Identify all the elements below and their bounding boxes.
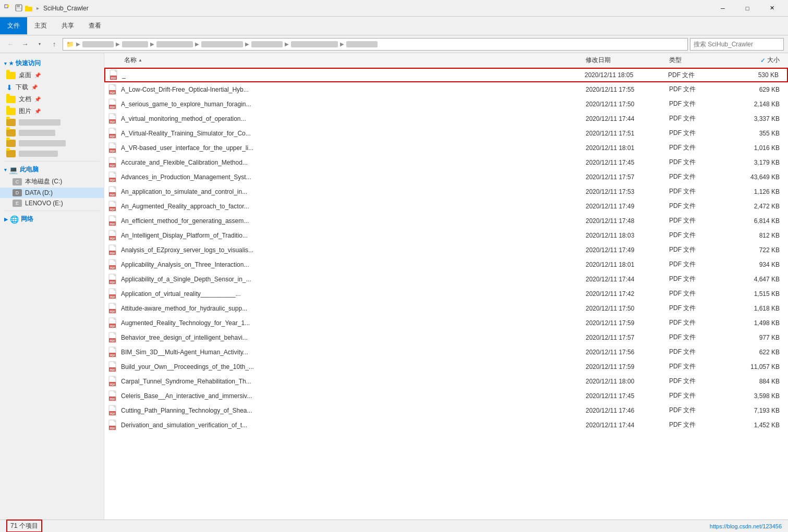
- row-size: 629 KB: [732, 86, 784, 93]
- status-bar: 71 个项目 https://blog.csdn.net/123456: [0, 519, 788, 532]
- table-row[interactable]: PDF BIM_Sim_3D__Multi-Agent_Human_Activi…: [104, 345, 788, 360]
- svg-text:PDF: PDF: [110, 106, 115, 109]
- sidebar-item-ddrive[interactable]: D DATA (D:): [0, 188, 104, 198]
- pdf-icon: PDF: [108, 405, 118, 416]
- quick-access-header[interactable]: ▾ ★ 快速访问: [0, 57, 104, 69]
- row-filename: A_Low-Cost_Drift-Free_Optical-Inertial_H…: [121, 86, 249, 93]
- path-arrow: ▶: [76, 41, 80, 47]
- file-list: PDF _2020/12/11 18:05PDF 文件530 KB PDF A_…: [104, 68, 788, 519]
- row-size: 43,649 KB: [732, 174, 784, 181]
- pdf-icon: PDF: [108, 244, 118, 256]
- table-row[interactable]: PDF A_serious_game_to_explore_human_fora…: [104, 97, 788, 112]
- sidebar-item-downloads[interactable]: ⬇ 下载 📌: [0, 81, 104, 93]
- table-row[interactable]: PDF Carpal_Tunnel_Syndrome_Rehabilitatio…: [104, 374, 788, 389]
- row-filename: Carpal_Tunnel_Syndrome_Rehabilitation_Th…: [121, 378, 251, 385]
- quick-access-arrow: ▾: [4, 61, 7, 66]
- window-action-buttons[interactable]: ─ □ ✕: [711, 0, 784, 17]
- row-date: 2020/12/11 17:42: [586, 290, 669, 298]
- tab-file[interactable]: 文件: [0, 17, 27, 34]
- sidebar-item-pics[interactable]: 图片 📌: [0, 105, 104, 117]
- row-filename: BIM_Sim_3D__Multi-Agent_Human_Activity..…: [121, 349, 248, 356]
- svg-text:PDF: PDF: [110, 193, 115, 196]
- path-arrow7: ▶: [340, 41, 344, 47]
- table-row[interactable]: PDF A_virtual_monitoring_method_of_opera…: [104, 112, 788, 126]
- pdf-icon: PDF: [108, 113, 118, 125]
- pdf-icon: PDF: [108, 157, 118, 168]
- svg-text:PDF: PDF: [110, 412, 115, 415]
- pdf-icon: PDF: [108, 376, 118, 387]
- up-button[interactable]: ↑: [48, 38, 60, 51]
- pdf-icon: PDF: [108, 259, 118, 270]
- row-date: 2020/12/11 18:05: [585, 71, 668, 79]
- table-row[interactable]: PDF Application_of_virtual_reality______…: [104, 287, 788, 301]
- table-row[interactable]: PDF Applicability_of_a_Single_Depth_Sens…: [104, 272, 788, 287]
- tab-home[interactable]: 主页: [27, 18, 54, 33]
- table-row[interactable]: PDF Analysis_of_EZproxy_server_logs_to_v…: [104, 243, 788, 257]
- table-row[interactable]: PDF A_Virtual-Reality_Training_Simulator…: [104, 126, 788, 141]
- row-type: PDF 文件: [669, 420, 732, 429]
- row-name-cell: PDF Derivation_and_simulation_verificati…: [108, 419, 586, 431]
- table-row[interactable]: PDF Augmented_Reality_Technology_for_Yea…: [104, 316, 788, 330]
- tab-share[interactable]: 共享: [54, 18, 81, 33]
- table-row[interactable]: PDF Attitude-aware_method_for_hydraulic_…: [104, 301, 788, 316]
- sidebar-item-blurred3[interactable]: [0, 138, 104, 149]
- sidebar-item-blurred1[interactable]: [0, 117, 104, 128]
- sort-name-button[interactable]: 名称 ▲: [124, 56, 586, 65]
- col-name-label: 名称: [124, 56, 137, 65]
- row-size: 530 KB: [731, 71, 783, 79]
- table-row[interactable]: PDF A_VR-based_user_interface_for_the_up…: [104, 141, 788, 155]
- table-row[interactable]: PDF Behavior_tree_design_of_intelligent_…: [104, 330, 788, 345]
- pdf-icon: PDF: [108, 419, 118, 431]
- table-row[interactable]: PDF _2020/12/11 18:05PDF 文件530 KB: [104, 68, 788, 82]
- sidebar-item-desktop[interactable]: 桌面 📌: [0, 69, 104, 81]
- table-row[interactable]: PDF Advances_in_Production_Management_Sy…: [104, 170, 788, 184]
- row-size: 722 KB: [732, 246, 784, 254]
- path-arrow5: ▶: [245, 41, 249, 47]
- sidebar-item-docs[interactable]: 文档 📌: [0, 93, 104, 105]
- back-button[interactable]: ←: [4, 38, 17, 51]
- download-icon: ⬇: [6, 83, 13, 92]
- row-filename: Attitude-aware_method_for_hydraulic_supp…: [121, 305, 247, 312]
- table-row[interactable]: PDF An_Intelligent_Display_Platform_of_T…: [104, 228, 788, 243]
- sidebar-item-cdrive[interactable]: C 本地磁盘 (C:): [0, 176, 104, 188]
- row-date: 2020/12/11 17:59: [586, 319, 669, 327]
- table-row[interactable]: PDF An_Augmented_Reality_approach_to_fac…: [104, 199, 788, 214]
- close-button[interactable]: ✕: [760, 0, 784, 17]
- window-controls[interactable]: ▸: [4, 4, 40, 13]
- table-row[interactable]: PDF Celeris_Base__An_interactive_and_imm…: [104, 389, 788, 403]
- forward-button[interactable]: →: [19, 38, 31, 51]
- maximize-button[interactable]: □: [735, 0, 759, 17]
- pdf-icon: PDF: [108, 201, 118, 212]
- tab-view[interactable]: 查看: [81, 18, 108, 33]
- row-type: PDF 文件: [669, 114, 732, 123]
- pdf-icon: PDF: [108, 215, 118, 227]
- sidebar-item-edrive[interactable]: E LENOVO (E:): [0, 198, 104, 208]
- table-row[interactable]: PDF Derivation_and_simulation_verificati…: [104, 418, 788, 432]
- row-size: 2,472 KB: [732, 203, 784, 210]
- search-input[interactable]: [690, 38, 784, 51]
- network-header[interactable]: ▶ 🌐 网络: [0, 213, 104, 225]
- folder-blurred3-icon: [6, 140, 16, 147]
- svg-text:PDF: PDF: [110, 398, 115, 401]
- row-type: PDF 文件: [668, 71, 731, 80]
- minimize-button[interactable]: ─: [711, 0, 735, 17]
- row-name-cell: PDF Analysis_of_EZproxy_server_logs_to_v…: [108, 244, 586, 256]
- star-icon: ★: [9, 60, 14, 66]
- table-row[interactable]: PDF An_application_to_simulate_and_contr…: [104, 184, 788, 199]
- table-row[interactable]: PDF A_Low-Cost_Drift-Free_Optical-Inerti…: [104, 82, 788, 97]
- table-row[interactable]: PDF Cutting_Path_Planning_Technology_of_…: [104, 403, 788, 418]
- sidebar-item-blurred4[interactable]: [0, 149, 104, 159]
- address-bar[interactable]: 📁 ▶ ▶ ▶ ▶ ▶ ▶ ▶: [63, 38, 688, 51]
- row-filename: Behavior_tree_design_of_intelligent_beha…: [121, 334, 248, 341]
- this-pc-header[interactable]: ▾ 💻 此电脑: [0, 164, 104, 176]
- sidebar-item-blurred2[interactable]: [0, 128, 104, 138]
- table-row[interactable]: PDF Accurate_and_Flexible_Calibration_Me…: [104, 155, 788, 170]
- svg-text:PDF: PDF: [110, 208, 115, 211]
- sort-date-button[interactable]: 修改日期: [586, 56, 669, 65]
- sort-size-button[interactable]: ✓ 大小: [732, 56, 780, 65]
- table-row[interactable]: PDF Applicability_Analysis_on_Three_Inte…: [104, 257, 788, 272]
- dropdown-button[interactable]: ▾: [33, 38, 46, 51]
- sort-type-button[interactable]: 类型: [669, 56, 732, 65]
- table-row[interactable]: PDF Build_your_Own__Proceedings_of_the_1…: [104, 360, 788, 374]
- table-row[interactable]: PDF An_efficient_method_for_generating_a…: [104, 214, 788, 228]
